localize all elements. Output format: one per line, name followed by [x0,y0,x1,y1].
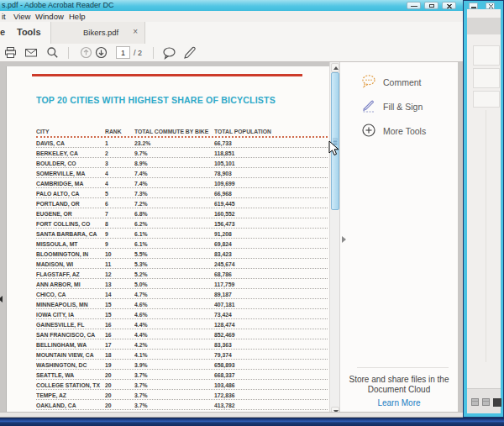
page-number-input[interactable] [116,46,130,59]
table-cell: 3.7% [134,392,147,399]
table-cell: 6.1% [134,240,147,248]
bgwin-close-button[interactable] [486,3,495,9]
bgwin-header-band [467,18,501,34]
table-row: SOMERVILLE, MA47.4%78,903 [36,168,328,178]
page-top-rule [32,74,302,76]
table-cell: MOUNTAIN VIEW, CA [36,351,94,359]
table-cell: 15 [105,311,112,318]
sidebar-item-comment[interactable]: Comment [340,72,458,92]
bike-table-rows: DAVIS, CA123.2%66,733BERKELEY, CA29.7%11… [36,138,328,410]
table-row: MADISON, WI115.3%245,674 [36,259,328,269]
table-row: FORT COLLINS, CO86.2%156,473 [36,218,328,229]
previous-page-icon[interactable] [80,46,92,59]
maximize-button[interactable] [424,2,438,9]
table-cell: 109,699 [214,180,235,187]
document-cloud-text-line1: Store and share files in the [340,375,458,384]
sidebar-item-more-tools[interactable]: More Tools [340,121,458,141]
table-row: IOWA CITY, IA154.6%73,424 [36,309,328,319]
tab-home-partial[interactable]: e [0,27,5,37]
pdf-page: TOP 20 CITIES WITH HIGHEST SHARE OF BICY… [7,66,329,418]
table-cell: 6 [105,200,108,208]
toolbar-separator [68,47,69,59]
tab-tools[interactable]: Tools [17,27,41,37]
table-cell: 91,208 [214,230,232,238]
tab-document[interactable]: Bikers.pdf × [50,22,145,44]
search-icon[interactable] [46,46,59,59]
background-window[interactable] [463,0,504,418]
table-row: EUGENE, OR76.8%160,552 [36,208,328,218]
table-cell: 668,337 [214,371,235,379]
table-cell: 73,424 [214,311,232,318]
minimize-button[interactable] [407,2,421,9]
table-row: GAINESVILLE, FL164.4%128,474 [36,319,328,329]
table-cell: 128,474 [214,321,235,329]
close-button[interactable] [442,2,456,9]
table-row: SANTA BARBARA, CA96.1%91,208 [36,229,328,239]
windows-taskbar[interactable] [0,418,504,426]
table-cell: BERKELEY, CA [36,150,78,157]
print-icon[interactable] [4,46,17,59]
menu-window[interactable]: Window [35,12,64,21]
table-cell: 2 [105,150,108,157]
menu-bar: it View Window Help [0,11,463,22]
column-header-population: TOTAL POPULATION [214,128,271,135]
table-cell: 16 [105,331,112,339]
page-title: TOP 20 CITIES WITH HIGHEST SHARE OF BICY… [36,95,276,105]
vertical-scrollbar[interactable] [329,62,339,418]
left-pane-toggle-icon[interactable] [0,296,3,302]
table-cell: 4.4% [134,321,147,329]
pane-toggle-icon[interactable] [342,236,346,243]
table-cell: 118,851 [214,150,234,157]
table-cell: 11 [105,260,111,268]
tab-document-label: Bikers.pdf [83,28,118,37]
toolbar: / 2 [0,44,463,62]
plus-circle-icon [361,123,377,138]
table-cell: 66,733 [214,139,232,147]
mouse-cursor [328,140,340,157]
document-cloud-text-line2: Document Cloud [340,385,458,394]
table-cell: WASHINGTON, DC [36,361,87,369]
pencil-icon[interactable] [183,46,197,60]
document-area: TOP 20 CITIES WITH HIGHEST SHARE OF BICY… [0,62,329,418]
bike-table: CITY RANK TOTAL COMMUTE BY BIKE TOTAL PO… [36,126,328,410]
table-row: BELLINGHAM, WA174.2%83,363 [36,339,328,350]
table-cell: 8 [105,220,108,228]
column-header-commute: TOTAL COMMUTE BY BIKE [134,128,208,135]
sidebar-item-fill-sign[interactable]: Fill & Sign [340,97,458,117]
table-row: MINNEAPOLIS, MN154.6%407,181 [36,299,328,309]
table-cell: 10 [105,250,112,258]
table-cell: 66,968 [214,190,232,197]
table-cell: 407,181 [214,301,235,308]
comment-bubble-icon[interactable] [162,46,176,60]
learn-more-link[interactable]: Learn More [340,398,458,408]
table-cell: CHICO, CA [36,291,66,298]
table-cell: 172,836 [214,392,235,399]
menu-help[interactable]: Help [69,12,86,21]
table-cell: TEMPE, AZ [36,392,66,399]
bgwin-divider [486,110,501,362]
table-cell: 4.1% [134,351,147,359]
menu-view[interactable]: View [13,12,30,21]
table-row: ANN ARBOR, MI135.0%117,759 [36,279,328,289]
email-icon[interactable] [24,46,38,59]
next-page-icon[interactable] [95,46,108,59]
table-cell: 12 [105,271,112,278]
table-cell: 160,552 [214,210,235,218]
scroll-up-button[interactable] [331,63,339,72]
table-cell: 69,824 [214,240,232,248]
table-cell: FORT COLLINS, CO [36,220,90,228]
bgwin-minimize-button[interactable] [469,3,478,9]
table-row: SAN FRANCISCO, CA164.4%852,469 [36,329,328,339]
table-cell: 68,786 [214,271,232,278]
table-cell: 3.7% [134,402,147,409]
title-bar: s.pdf - Adobe Acrobat Reader DC [0,0,463,11]
table-cell: DAVIS, CA [36,139,65,147]
table-cell: BELLINGHAM, WA [36,341,87,349]
bgwin-statusbar [467,388,501,413]
tab-bar: e Tools Bikers.pdf × [0,22,463,44]
window-title: s.pdf - Adobe Acrobat Reader DC [2,1,114,9]
sidebar-item-label: More Tools [383,126,426,136]
menu-edit-partial[interactable]: it [2,12,6,21]
table-cell: 9.7% [134,150,147,157]
tab-close-icon[interactable]: × [133,27,138,36]
